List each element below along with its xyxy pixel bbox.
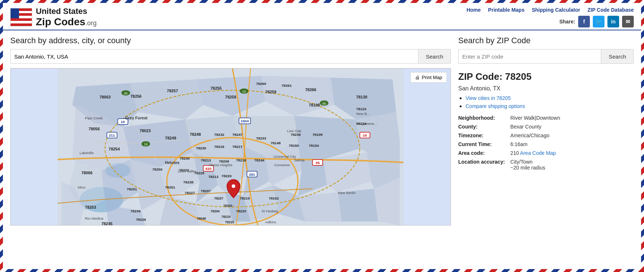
print-map-button[interactable]: 🖨 Print Map [410, 72, 447, 83]
svg-text:78236: 78236 [131, 209, 141, 213]
svg-text:78216: 78216 [214, 145, 225, 149]
svg-text:78260: 78260 [256, 82, 266, 86]
location-accuracy-value: City/Town ~20 mile radius [511, 159, 634, 171]
svg-text:78108: 78108 [309, 103, 320, 108]
svg-text:Live Oak: Live Oak [287, 129, 301, 133]
svg-text:78148: 78148 [271, 141, 281, 145]
svg-text:46: 46 [124, 92, 128, 95]
svg-text:16: 16 [242, 90, 246, 93]
svg-text:Adkins: Adkins [265, 220, 276, 224]
svg-text:46: 46 [322, 102, 326, 105]
svg-text:78218: 78218 [236, 158, 246, 162]
main-content: Search by address, city, or county Searc… [3, 30, 641, 231]
printer-icon: 🖨 [415, 75, 420, 80]
svg-text:78233: 78233 [256, 136, 266, 140]
zip-search-row: Search [458, 49, 634, 64]
svg-text:New Berlin: New Berlin [338, 191, 355, 195]
svg-text:211: 211 [109, 133, 115, 137]
view-cities-link[interactable]: View cities in 78205 [466, 95, 511, 101]
svg-text:16: 16 [144, 142, 148, 146]
zip-links-list: View cities in 78205 Compare shipping op… [458, 95, 634, 109]
svg-text:78220: 78220 [236, 209, 246, 213]
site-name-line1: United States [36, 7, 97, 16]
svg-text:78109: 78109 [312, 133, 323, 137]
svg-text:78240: 78240 [180, 156, 190, 160]
address-search-input[interactable] [10, 49, 418, 64]
svg-text:10: 10 [121, 120, 125, 124]
svg-text:78245: 78245 [101, 221, 112, 225]
svg-text:78249: 78249 [165, 136, 176, 140]
address-search-heading: Search by address, city, or county [10, 36, 451, 45]
svg-text:78261: 78261 [282, 83, 292, 87]
nav-home[interactable]: Home [467, 7, 481, 13]
svg-text:78230: 78230 [196, 146, 206, 150]
neighborhood-value: River Walk|Downtown [511, 115, 634, 121]
svg-text:78248: 78248 [190, 132, 201, 137]
right-panel: Search by ZIP Code Search ZIP Code: 7820… [458, 36, 634, 226]
svg-text:410: 410 [205, 167, 211, 171]
county-label: County: [458, 124, 505, 130]
share-linkedin-button[interactable]: in [607, 16, 619, 27]
nav-printable-maps[interactable]: Printable Maps [488, 7, 525, 13]
address-search-button[interactable]: Search [418, 49, 451, 64]
share-twitter-button[interactable]: 🐦 [593, 16, 605, 27]
svg-text:Leon Valley: Leon Valley [178, 169, 196, 173]
svg-text:78227: 78227 [185, 191, 195, 195]
compare-shipping-link[interactable]: Compare shipping options [466, 103, 525, 109]
neighborhood-label: Neighborhood: [458, 115, 505, 121]
svg-text:78066: 78066 [81, 171, 92, 175]
svg-marker-32 [298, 192, 342, 221]
svg-text:78152: 78152 [269, 196, 279, 200]
svg-text:McQueene...: McQueene... [356, 122, 377, 126]
flag-icon [10, 8, 32, 26]
svg-text:78123: 78123 [356, 107, 366, 111]
share-area: Share: f 🐦 in ✉ [559, 16, 634, 27]
svg-text:78258: 78258 [225, 95, 236, 99]
svg-text:78256: 78256 [131, 94, 142, 98]
timezone-value: America/Chicago [511, 133, 634, 138]
zip-link-item-shipping: Compare shipping options [466, 103, 634, 109]
svg-text:78238: 78238 [183, 180, 193, 184]
svg-text:78251: 78251 [127, 187, 137, 191]
area-code-map-link[interactable]: Area Code Map [520, 150, 556, 156]
svg-text:Lakehills: Lakehills [79, 151, 94, 155]
svg-text:35: 35 [316, 161, 320, 165]
address-search-section: Search by address, city, or county Searc… [10, 36, 451, 64]
timezone-label: Timezone: [458, 133, 505, 138]
svg-text:78226: 78226 [136, 217, 146, 221]
zip-details-grid: Neighborhood: River Walk|Downtown County… [458, 115, 634, 171]
zip-search-heading: Search by ZIP Code [458, 36, 634, 45]
svg-text:78247: 78247 [232, 133, 242, 137]
zip-search-button[interactable]: Search [601, 49, 634, 64]
svg-text:New B...: New B... [356, 112, 370, 116]
svg-text:78212: 78212 [208, 175, 219, 179]
svg-text:78250: 78250 [152, 167, 162, 171]
share-email-button[interactable]: ✉ [622, 16, 634, 27]
nav-shipping-calculator[interactable]: Shipping Calculator [532, 7, 580, 13]
share-facebook-button[interactable]: f [578, 16, 590, 27]
site-header: United States Zip Codes.org Home Printab… [3, 3, 641, 30]
svg-text:78237: 78237 [214, 197, 223, 200]
svg-text:78056: 78056 [88, 127, 99, 131]
zip-info: ZIP Code: 78205 San Antonio, TX View cit… [458, 71, 634, 171]
svg-text:281: 281 [249, 172, 255, 176]
zip-city: San Antonio, TX [458, 85, 634, 92]
svg-text:78266: 78266 [305, 87, 316, 92]
svg-text:10: 10 [363, 133, 367, 137]
logo-area: United States Zip Codes.org [10, 7, 97, 28]
svg-text:78217: 78217 [232, 145, 242, 149]
zip-link-item-cities: View cities in 78205 [466, 95, 634, 101]
svg-text:78253: 78253 [85, 205, 96, 209]
svg-text:Grey Forest: Grey Forest [125, 116, 148, 120]
svg-text:78244: 78244 [254, 158, 264, 162]
svg-text:78259: 78259 [265, 90, 276, 94]
zip-search-input[interactable] [458, 49, 601, 64]
svg-text:Converse: Converse [274, 163, 290, 167]
svg-text:78207: 78207 [201, 189, 211, 193]
svg-text:Universal City: Universal City [274, 154, 296, 159]
svg-text:78239: 78239 [291, 133, 301, 137]
svg-text:78204: 78204 [211, 209, 220, 213]
nav-zip-database[interactable]: ZIP Code Database [587, 7, 634, 13]
svg-text:Selma: Selma [294, 158, 305, 162]
svg-text:St Hedwig: St Hedwig [261, 209, 278, 213]
